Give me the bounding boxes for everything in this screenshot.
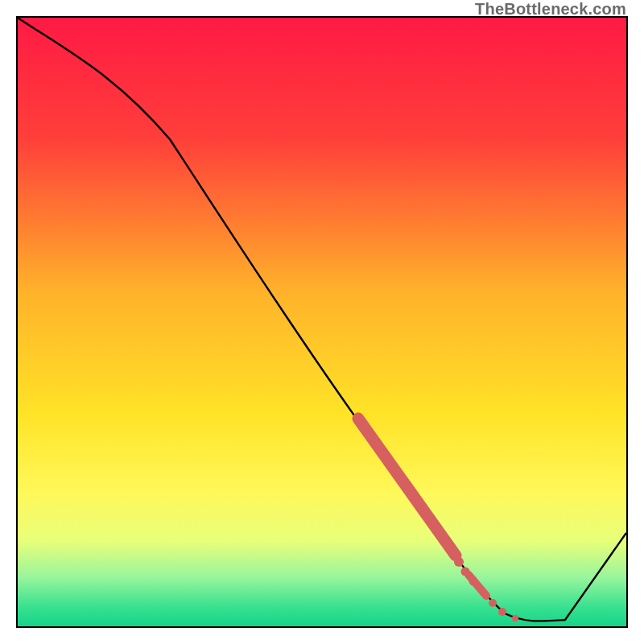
plot-frame [16,16,628,628]
svg-point-7 [498,608,506,616]
svg-point-6 [489,599,497,607]
chart-canvas: TheBottleneck.com [0,0,644,644]
svg-line-1 [358,419,456,555]
marker-cluster [358,419,518,621]
curve-layer [18,18,626,626]
svg-point-8 [512,615,518,621]
svg-line-5 [469,575,486,596]
bottleneck-curve [18,18,626,621]
svg-point-2 [454,557,464,567]
